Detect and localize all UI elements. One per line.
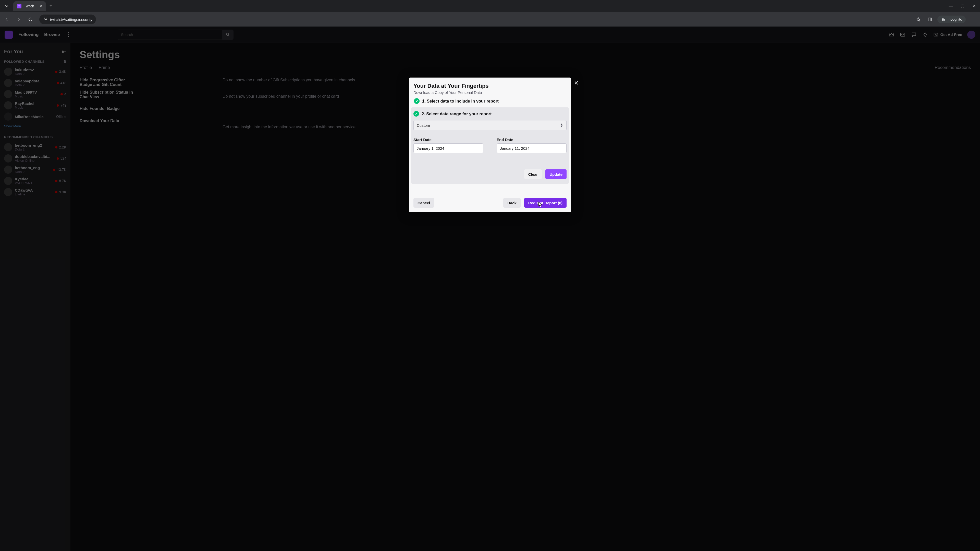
- browser-menu-icon[interactable]: ⋮: [969, 15, 977, 24]
- svg-rect-9: [900, 33, 905, 36]
- channel-name: solapsapdota: [15, 79, 54, 83]
- modal-title: Your Data at Your Fingertips: [414, 83, 566, 89]
- site-settings-icon[interactable]: [43, 17, 48, 22]
- live-dot-icon: [57, 104, 59, 106]
- channel-name: betboom_eng: [15, 165, 51, 170]
- channel-viewers: 9.3K: [55, 190, 66, 194]
- update-button[interactable]: Update: [546, 169, 566, 179]
- address-bar[interactable]: twitch.tv/settings/security: [39, 14, 96, 24]
- back-button-modal[interactable]: Back: [503, 198, 520, 208]
- channel-row[interactable]: MikaRoseMusicOffline: [3, 111, 68, 122]
- channel-name: doublebacknvalbi...: [15, 154, 54, 159]
- show-more-link[interactable]: Show More: [3, 122, 68, 130]
- data-download-modal: ✕ Your Data at Your Fingertips Download …: [409, 78, 571, 212]
- channel-row[interactable]: betboom_engDota 213.7K: [3, 164, 68, 175]
- channel-name: MikaRoseMusic: [15, 114, 54, 119]
- get-adfree-button[interactable]: Get Ad-Free: [933, 32, 962, 37]
- new-tab-button[interactable]: +: [49, 3, 52, 9]
- sort-followed-icon[interactable]: ⇅: [64, 60, 67, 64]
- channel-row[interactable]: RayRachelMusic749: [3, 100, 68, 111]
- channel-viewers: 2.2K: [55, 145, 66, 149]
- request-report-button[interactable]: Request Report (8): [524, 198, 566, 208]
- twitch-logo[interactable]: [5, 30, 13, 39]
- modal-subtitle: Download a Copy of Your Personal Data: [414, 90, 566, 95]
- nav-browse[interactable]: Browse: [44, 32, 60, 37]
- channel-avatar: [4, 113, 12, 121]
- channel-row[interactable]: betboom_eng2Dota 22.2K: [3, 141, 68, 153]
- channel-viewers: 524: [57, 156, 66, 160]
- browser-tab[interactable]: T Twitch ✕: [13, 1, 46, 11]
- tab-search-dropdown[interactable]: [2, 1, 12, 11]
- date-range-value: Custom: [417, 123, 430, 127]
- cancel-button[interactable]: Cancel: [414, 198, 434, 208]
- svg-point-8: [226, 33, 229, 35]
- svg-point-3: [46, 18, 47, 19]
- channel-row[interactable]: KyedaeVALORANT8.7K: [3, 175, 68, 186]
- window-close-icon[interactable]: ✕: [968, 1, 980, 11]
- window-maximize-icon[interactable]: ▢: [956, 1, 968, 11]
- channel-row[interactable]: CDawgVALifeline9.3K: [3, 186, 68, 198]
- channel-row[interactable]: kukudota2Dota 23.4K: [3, 66, 68, 77]
- reload-button[interactable]: [26, 15, 35, 24]
- search-button[interactable]: [222, 30, 234, 40]
- browser-toolbar: twitch.tv/settings/security Incognito ⋮: [0, 12, 980, 27]
- channel-row[interactable]: doublebacknvalbi...Albion Online524: [3, 153, 68, 164]
- channel-game: VALORANT: [15, 181, 52, 185]
- start-date-input[interactable]: January 1, 2024: [414, 143, 484, 153]
- channel-viewers: 4: [60, 92, 66, 96]
- channel-game: Music: [15, 94, 58, 98]
- svg-rect-10: [934, 33, 938, 36]
- whispers-icon[interactable]: [911, 32, 917, 38]
- modal-close-button[interactable]: ✕: [572, 79, 580, 87]
- collapse-sidebar-icon[interactable]: ⇤: [62, 48, 66, 55]
- adfree-icon: [933, 32, 939, 37]
- bits-icon[interactable]: [922, 32, 928, 38]
- clear-button[interactable]: Clear: [524, 169, 542, 179]
- start-date-label: Start Date: [414, 138, 484, 142]
- channel-name: betboom_eng2: [15, 143, 52, 148]
- nav-following[interactable]: Following: [18, 32, 38, 37]
- live-dot-icon: [60, 93, 63, 95]
- svg-rect-1: [45, 19, 47, 20]
- page-title: Settings: [80, 49, 971, 60]
- channel-viewers: 3.4K: [55, 70, 66, 74]
- channel-avatar: [4, 90, 12, 98]
- channel-avatar: [4, 177, 12, 185]
- tab-prime[interactable]: Prime: [99, 65, 110, 70]
- svg-rect-0: [44, 18, 45, 19]
- check-icon: ✓: [414, 111, 419, 117]
- bookmark-star-icon[interactable]: [914, 15, 923, 24]
- side-panel-icon[interactable]: [926, 15, 934, 24]
- inbox-icon[interactable]: [900, 32, 906, 38]
- modal-step-1[interactable]: ✓ 1. Select data to include in your repo…: [414, 95, 566, 107]
- channel-name: kukudota2: [15, 68, 52, 72]
- modal-step-2: ✓ 2. Select date range for your report: [411, 107, 569, 120]
- tab-recommendations[interactable]: Recommendations: [935, 65, 971, 70]
- incognito-badge[interactable]: Incognito: [937, 16, 966, 23]
- end-date-input[interactable]: January 11, 2024: [496, 143, 566, 153]
- back-button[interactable]: [3, 15, 11, 24]
- channel-avatar: [4, 101, 12, 110]
- tab-close-icon[interactable]: ✕: [39, 4, 42, 8]
- url-text: twitch.tv/settings/security: [50, 17, 92, 22]
- search-input[interactable]: [118, 30, 222, 40]
- svg-point-6: [942, 20, 943, 21]
- end-date-label: End Date: [496, 138, 566, 142]
- recommended-heading: RECOMMENDED CHANNELS: [4, 135, 53, 139]
- live-dot-icon: [55, 146, 57, 148]
- channel-game: Lifeline: [15, 192, 52, 196]
- live-dot-icon: [55, 71, 57, 73]
- user-avatar[interactable]: [967, 30, 975, 39]
- channel-row[interactable]: Magic899TVMusic4: [3, 89, 68, 100]
- tab-profile[interactable]: Profile: [80, 65, 92, 70]
- prime-crown-icon[interactable]: [888, 32, 894, 38]
- search-icon: [226, 32, 230, 37]
- date-range-select[interactable]: Custom ▲▼: [414, 120, 566, 130]
- browser-titlebar: T Twitch ✕ + — ▢ ✕: [0, 0, 980, 12]
- nav-more-icon[interactable]: ⋮: [65, 32, 71, 38]
- forward-button[interactable]: [14, 15, 23, 24]
- channel-viewers: 418: [57, 81, 66, 85]
- channel-row[interactable]: solapsapdotaDota 2418: [3, 77, 68, 89]
- window-minimize-icon[interactable]: —: [945, 1, 956, 11]
- channel-game: Music: [15, 106, 54, 110]
